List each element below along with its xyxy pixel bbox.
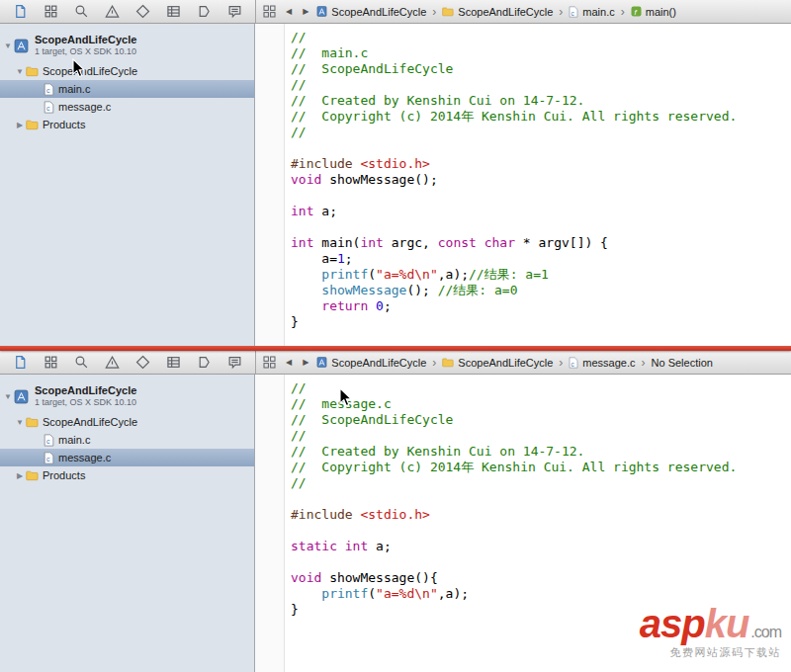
watermark-subtitle: 免费网站源码下载站 — [640, 645, 781, 660]
group-label: Products — [43, 469, 85, 481]
breadcrumb-separator: › — [559, 356, 563, 370]
editor-gutter — [255, 24, 285, 347]
breakpoint-navigator-icon[interactable] — [197, 4, 212, 19]
back-button[interactable]: ◀ — [283, 8, 295, 16]
breadcrumb-label: main() — [646, 6, 676, 18]
svg-text:c: c — [46, 456, 50, 462]
project-navigator: ▼ ScopeAndLifeCycle 1 target, OS X SDK 1… — [0, 24, 255, 347]
file-row-message-c[interactable]: c message.c — [0, 449, 254, 466]
folder-icon — [26, 66, 39, 77]
navigator-bar — [0, 0, 255, 23]
report-navigator-icon[interactable] — [227, 4, 242, 19]
breadcrumb-separator: › — [432, 356, 436, 370]
breadcrumb-file[interactable]: c message.c — [569, 357, 635, 369]
watermark: aspku.com 免费网站源码下载站 — [640, 604, 781, 660]
folder-icon — [442, 7, 454, 17]
breadcrumb-label: ScopeAndLifeCycle — [331, 357, 426, 369]
symbol-navigator-icon[interactable] — [44, 4, 58, 19]
debug-navigator-icon[interactable] — [166, 355, 181, 370]
disclosure-closed-icon[interactable]: ▶ — [14, 121, 26, 129]
file-row-main-c[interactable]: c main.c — [0, 80, 254, 98]
project-file-icon — [316, 6, 327, 17]
back-button[interactable]: ◀ — [283, 359, 295, 367]
products-row[interactable]: ▶ Products — [0, 116, 254, 133]
breadcrumb-separator: › — [621, 5, 625, 19]
xcode-project-icon — [14, 39, 29, 53]
group-label: ScopeAndLifeCycle — [43, 65, 137, 77]
forward-button[interactable]: ▶ — [300, 359, 311, 367]
c-file-icon: c — [44, 452, 54, 464]
breadcrumb-label: No Selection — [652, 357, 713, 369]
breadcrumb-file[interactable]: c main.c — [569, 6, 614, 18]
project-subtitle: 1 target, OS X SDK 10.10 — [35, 397, 136, 408]
issue-navigator-icon[interactable] — [105, 4, 120, 19]
disclosure-open-icon[interactable]: ▼ — [14, 418, 26, 427]
xcode-project-icon — [14, 389, 29, 404]
related-items-icon[interactable] — [263, 5, 276, 18]
breadcrumb-separator: › — [642, 356, 646, 370]
file-row-message-c[interactable]: c message.c — [0, 98, 254, 116]
report-navigator-icon[interactable] — [227, 355, 242, 370]
breadcrumb-group[interactable]: ScopeAndLifeCycle — [442, 357, 553, 369]
forward-button[interactable]: ▶ — [300, 8, 311, 16]
test-navigator-icon[interactable] — [135, 4, 150, 19]
disclosure-open-icon[interactable]: ▼ — [14, 67, 26, 76]
file-label: main.c — [58, 434, 90, 446]
breakpoint-navigator-icon[interactable] — [197, 355, 212, 370]
group-row-scopeandlifecycle[interactable]: ▼ ScopeAndLifeCycle — [0, 413, 254, 431]
file-row-main-c[interactable]: c main.c — [0, 431, 254, 449]
mouse-cursor-arrow — [339, 387, 353, 407]
debug-navigator-icon[interactable] — [166, 4, 181, 19]
symbol-navigator-icon[interactable] — [44, 355, 58, 370]
breadcrumb-group[interactable]: ScopeAndLifeCycle — [442, 6, 553, 18]
svg-text:c: c — [46, 105, 50, 112]
function-icon: f — [631, 6, 642, 17]
project-navigator-icon[interactable] — [13, 355, 28, 370]
editor-gutter — [255, 375, 285, 672]
c-file-icon: c — [44, 101, 54, 114]
svg-text:c: c — [46, 87, 50, 94]
c-file-icon: c — [569, 6, 578, 18]
project-row[interactable]: ▼ ScopeAndLifeCycle 1 target, OS X SDK 1… — [0, 379, 254, 413]
toolbar: ◀ ▶ ScopeAndLifeCycle › ScopeAndLifeCycl… — [0, 0, 791, 24]
breadcrumb-label: ScopeAndLifeCycle — [458, 357, 553, 369]
breadcrumb-separator: › — [432, 5, 436, 19]
project-row[interactable]: ▼ ScopeAndLifeCycle 1 target, OS X SDK 1… — [0, 29, 254, 62]
breadcrumb-label: ScopeAndLifeCycle — [458, 6, 553, 18]
navigator-bar — [0, 351, 255, 374]
find-navigator-icon[interactable] — [74, 355, 89, 370]
folder-icon — [26, 120, 39, 130]
breadcrumb-label: ScopeAndLifeCycle — [331, 6, 426, 18]
disclosure-closed-icon[interactable]: ▶ — [14, 471, 26, 480]
group-label: Products — [43, 119, 85, 130]
related-items-icon[interactable] — [263, 356, 276, 369]
c-file-icon: c — [44, 434, 54, 447]
file-label: message.c — [58, 101, 111, 113]
breadcrumb-label: main.c — [582, 6, 614, 18]
find-navigator-icon[interactable] — [74, 4, 89, 19]
test-navigator-icon[interactable] — [135, 355, 150, 370]
jump-bar: ◀ ▶ ScopeAndLifeCycle › ScopeAndLifeCycl… — [255, 0, 791, 23]
svg-text:c: c — [46, 438, 50, 445]
issue-navigator-icon[interactable] — [105, 355, 120, 370]
folder-icon — [442, 358, 454, 368]
breadcrumb-project[interactable]: ScopeAndLifeCycle — [316, 357, 426, 369]
group-row-scopeandlifecycle[interactable]: ▼ ScopeAndLifeCycle — [0, 62, 254, 80]
folder-icon — [26, 470, 39, 481]
disclosure-open-icon[interactable]: ▼ — [2, 42, 14, 50]
project-subtitle: 1 target, OS X SDK 10.10 — [35, 46, 136, 57]
source-code-main-c[interactable]: //// main.c// ScopeAndLifeCycle//// Crea… — [285, 24, 791, 347]
red-split-highlight — [0, 346, 791, 351]
code-editor[interactable]: //// main.c// ScopeAndLifeCycle//// Crea… — [255, 24, 791, 347]
products-row[interactable]: ▶ Products — [0, 466, 254, 484]
breadcrumb-symbol[interactable]: No Selection — [652, 357, 713, 369]
disclosure-open-icon[interactable]: ▼ — [2, 392, 14, 401]
project-navigator: ▼ ScopeAndLifeCycle 1 target, OS X SDK 1… — [0, 375, 255, 672]
project-name: ScopeAndLifeCycle — [35, 34, 136, 46]
project-navigator-icon[interactable] — [13, 4, 28, 19]
watermark-logo: aspku.com — [640, 604, 781, 643]
breadcrumb-symbol[interactable]: f main() — [631, 6, 676, 18]
project-name: ScopeAndLifeCycle — [35, 384, 136, 397]
watermark-asp: asp — [640, 602, 705, 645]
breadcrumb-project[interactable]: ScopeAndLifeCycle — [316, 6, 426, 18]
